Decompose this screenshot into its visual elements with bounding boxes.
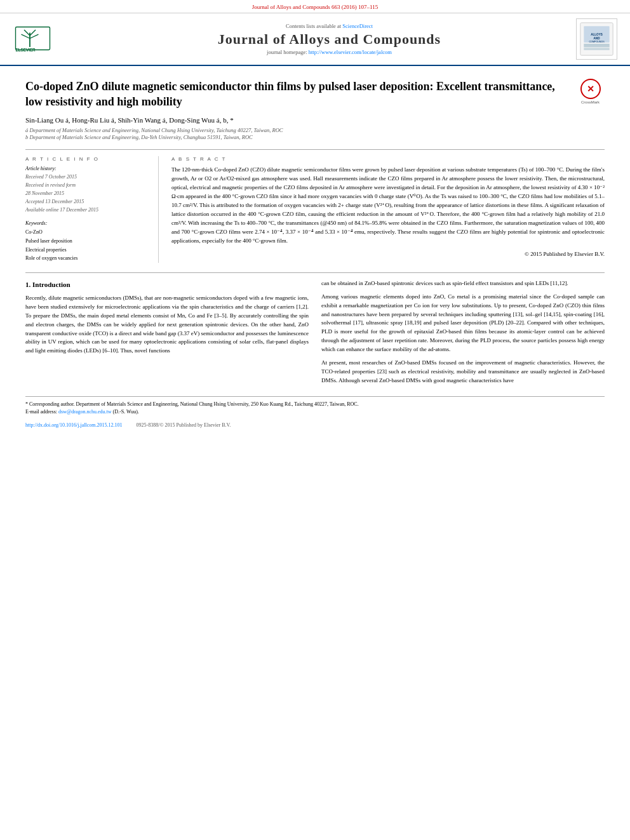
email-name: (D.-S. Wuu). (113, 409, 139, 415)
elsevier-logo: ELSEVIER (13, 24, 70, 54)
main-content: Co-doped ZnO dilute magnetic semiconduct… (0, 66, 630, 441)
journal-citation: Journal of Alloys and Compounds 663 (201… (252, 4, 378, 10)
available-date: Available online 17 December 2015 (25, 206, 149, 215)
svg-text:COMPOUNDS: COMPOUNDS (589, 41, 605, 43)
email-label: E-mail address: (25, 409, 57, 415)
section-divider (25, 272, 605, 273)
sciencedirect-link[interactable]: ScienceDirect (342, 23, 373, 29)
keywords-section: Keywords: Co-ZnO Pulsed laser deposition… (25, 220, 149, 262)
journal-homepage-link[interactable]: http://www.elsevier.com/locate/jalcom (309, 49, 392, 55)
keywords-label: Keywords: (25, 220, 149, 226)
received-date: Received 7 October 2015 (25, 173, 149, 182)
article-info-header: A R T I C L E I N F O (25, 156, 149, 162)
article-info-abstract: A R T I C L E I N F O Article history: R… (25, 149, 605, 262)
affiliation-a: á Department of Materials Science and En… (25, 127, 605, 135)
svg-line-2 (24, 30, 30, 36)
right-para-1: can be obtained in ZnO-based spintronic … (321, 279, 605, 288)
right-para-3: At present, most researches of ZnO-based… (321, 359, 605, 385)
svg-line-4 (30, 30, 36, 36)
abstract-column: A B S T R A C T The 120-nm-thick Co-dope… (171, 156, 605, 262)
issn-text: 0925-8388/© 2015 Published by Elsevier B… (137, 422, 231, 428)
authors-line: Sin-Liang Ou á, Hong-Ru Liu á, Shih-Yin … (25, 116, 605, 124)
email-link[interactable]: dsw@dragon.nchu.edu.tw (58, 409, 112, 415)
footnote-star: * Corresponding author. Department of Ma… (25, 401, 605, 408)
affiliation-b: b Department of Materials Science and En… (25, 134, 605, 142)
svg-text:AND: AND (594, 37, 601, 40)
crossmark-badge: ✕ CrossMark (576, 79, 605, 104)
copyright-line: © 2015 Published by Elsevier B.V. (171, 251, 605, 257)
journal-top-bar: Journal of Alloys and Compounds 663 (201… (0, 0, 630, 13)
authors-text: Sin-Liang Ou á, Hong-Ru Liu á, Shih-Yin … (25, 116, 234, 124)
svg-rect-10 (584, 48, 609, 50)
right-para-2: Among various magnetic elements doped in… (321, 293, 605, 355)
keywords-list: Co-ZnO Pulsed laser deposition Electrica… (25, 228, 149, 262)
footnote-section: * Corresponding author. Department of Ma… (25, 396, 605, 416)
affiliations: á Department of Materials Science and En… (25, 127, 605, 142)
article-info-column: A R T I C L E I N F O Article history: R… (25, 156, 159, 262)
article-title-section: Co-doped ZnO dilute magnetic semiconduct… (25, 76, 605, 110)
doi-link[interactable]: http://dx.doi.org/10.1016/j.jallcom.2015… (25, 422, 123, 428)
body-left-column: 1. Introduction Recently, dilute magneti… (25, 279, 309, 390)
svg-line-5 (30, 34, 39, 38)
intro-title: 1. Introduction (25, 279, 309, 290)
intro-paragraph-left: Recently, dilute magnetic semiconductors… (25, 294, 309, 356)
footnote-email: E-mail address: dsw@dragon.nchu.edu.tw (… (25, 408, 605, 416)
crossmark-icon: ✕ (580, 79, 601, 99)
svg-line-3 (22, 34, 30, 38)
article-history: Received 7 October 2015 Received in revi… (25, 173, 149, 214)
body-right-column: can be obtained in ZnO-based spintronic … (321, 279, 605, 390)
body-section: 1. Introduction Recently, dilute magneti… (25, 279, 605, 390)
revised-date: Received in revised form28 November 2015 (25, 182, 149, 198)
journal-header: ELSEVIER Contents lists available at Sci… (0, 13, 630, 66)
abstract-header: A B S T R A C T (171, 156, 605, 162)
bottom-bar: http://dx.doi.org/10.1016/j.jallcom.2015… (25, 422, 605, 428)
keyword-1: Co-ZnO (25, 228, 149, 237)
sciencedirect-line: Contents lists available at ScienceDirec… (83, 23, 576, 29)
history-label: Article history: (25, 166, 149, 171)
svg-rect-9 (584, 44, 609, 48)
crossmark-label: CrossMark (581, 100, 600, 104)
keyword-3: Electrical properties (25, 246, 149, 255)
journal-logo-right: ALLOYS AND COMPOUNDS (576, 18, 617, 60)
svg-rect-0 (16, 27, 50, 50)
keyword-4: Role of oxygen vacancies (25, 254, 149, 263)
keyword-2: Pulsed laser deposition (25, 237, 149, 246)
accepted-date: Accepted 13 December 2015 (25, 198, 149, 206)
journal-name: Journal of Alloys and Compounds (83, 31, 576, 48)
article-title: Co-doped ZnO dilute magnetic semiconduct… (25, 79, 566, 110)
svg-text:ELSEVIER: ELSEVIER (16, 48, 36, 52)
journal-header-center: Contents lists available at ScienceDirec… (83, 23, 576, 55)
abstract-text: The 120-nm-thick Co-doped ZnO (CZO) dilu… (171, 166, 605, 245)
journal-homepage-line: journal homepage: http://www.elsevier.co… (83, 49, 576, 55)
svg-text:ALLOYS: ALLOYS (591, 33, 603, 36)
